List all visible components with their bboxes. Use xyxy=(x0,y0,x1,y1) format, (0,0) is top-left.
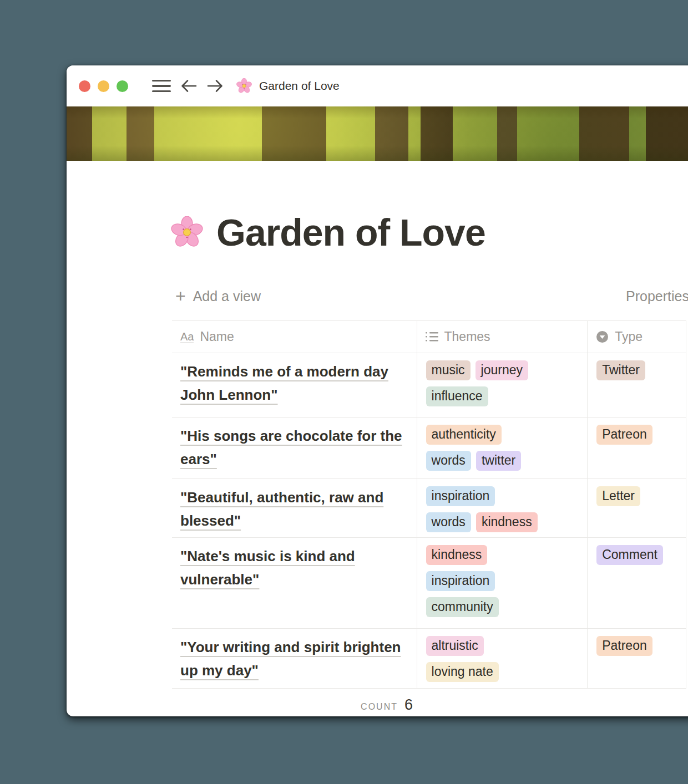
tag-words: words xyxy=(426,512,471,532)
tag-Patreon: Patreon xyxy=(596,636,652,656)
column-header-label: Themes xyxy=(444,329,490,344)
type-cell[interactable]: Patreon xyxy=(588,418,686,478)
tag-Patreon: Patreon xyxy=(596,425,652,445)
column-header-name[interactable]: AaName xyxy=(172,321,417,353)
tag-words: words xyxy=(426,451,471,471)
notion-window: Garden of Love Garden of Love + Add a vi… xyxy=(67,65,688,716)
page-emoji-cherry-blossom-icon xyxy=(171,216,203,248)
table-row: "His songs are chocolate for the ears"au… xyxy=(172,418,686,479)
page-cover-image xyxy=(67,106,688,161)
table-row: "Beautiful, authentic, raw and blessed"i… xyxy=(172,479,686,538)
type-cell[interactable]: Letter xyxy=(588,479,686,537)
name-text: "Beautiful, authentic, raw and blessed" xyxy=(180,489,383,529)
cherry-blossom-icon xyxy=(236,78,252,94)
tag-Letter: Letter xyxy=(596,486,640,506)
plus-icon: + xyxy=(175,287,186,305)
name-text: "Nate's music is kind and vulnerable" xyxy=(180,548,355,588)
title-property-icon: Aa xyxy=(180,330,194,343)
name-cell[interactable]: "Beautiful, authentic, raw and blessed" xyxy=(172,479,417,537)
name-text: "His songs are chocolate for the ears" xyxy=(180,427,402,467)
table-row: "Nate's music is kind and vulnerable"kin… xyxy=(172,538,686,629)
back-arrow-icon xyxy=(180,78,198,94)
column-header-type[interactable]: Type xyxy=(588,321,686,353)
name-text: "Reminds me of a modern day John Lennon" xyxy=(180,363,388,403)
properties-button[interactable]: Properties xyxy=(626,285,688,307)
tag-kindness: kindness xyxy=(476,512,538,532)
traffic-light-zoom-button[interactable] xyxy=(117,80,128,92)
traffic-light-minimize-button[interactable] xyxy=(98,80,109,92)
forward-arrow-icon xyxy=(206,78,224,94)
themes-cell[interactable]: authenticitywordstwitter xyxy=(417,418,588,478)
tag-altruistic: altruistic xyxy=(426,636,484,656)
themes-cell[interactable]: inspirationwordskindness xyxy=(417,479,588,537)
tag-influence: influence xyxy=(426,386,488,406)
sidebar-toggle-icon[interactable] xyxy=(152,80,171,93)
window-titlebar: Garden of Love xyxy=(67,65,688,106)
table-row: "Your writing and spirit brighten up my … xyxy=(172,629,686,689)
name-text: "Your writing and spirit brighten up my … xyxy=(180,639,401,679)
traffic-light-close-button[interactable] xyxy=(79,80,90,92)
tag-kindness: kindness xyxy=(426,545,488,565)
count-label: COUNT xyxy=(361,702,398,712)
name-cell[interactable]: "His songs are chocolate for the ears" xyxy=(172,418,417,478)
name-cell[interactable]: "Your writing and spirit brighten up my … xyxy=(172,629,417,688)
add-a-view-button[interactable]: + Add a view xyxy=(175,285,261,307)
tag-journey: journey xyxy=(475,360,528,380)
tag-Twitter: Twitter xyxy=(596,360,645,380)
tag-inspiration: inspiration xyxy=(426,486,495,506)
window-title: Garden of Love xyxy=(259,79,340,93)
page-title[interactable]: Garden of Love xyxy=(171,211,485,254)
type-cell[interactable]: Comment xyxy=(588,538,686,628)
tag-Comment: Comment xyxy=(596,545,663,565)
themes-cell[interactable]: musicjourneyinfluence xyxy=(417,353,588,417)
name-cell[interactable]: "Reminds me of a modern day John Lennon" xyxy=(172,353,417,417)
tag-music: music xyxy=(426,360,471,380)
select-property-icon xyxy=(596,330,609,343)
count-value: 6 xyxy=(404,696,413,714)
add-a-view-label: Add a view xyxy=(193,288,261,304)
type-cell[interactable]: Twitter xyxy=(588,353,686,417)
column-header-label: Type xyxy=(615,329,643,344)
multiselect-property-icon xyxy=(426,331,438,343)
column-header-themes[interactable]: Themes xyxy=(417,321,588,353)
properties-label: Properties xyxy=(626,288,688,304)
database-table: AaNameThemesType "Reminds me of a modern… xyxy=(172,320,686,716)
table-header-row: AaNameThemesType xyxy=(172,320,686,353)
tag-loving-nate: loving nate xyxy=(426,662,499,682)
table-row: "Reminds me of a modern day John Lennon"… xyxy=(172,353,686,418)
table-body: AaNameThemesType "Reminds me of a modern… xyxy=(172,320,686,689)
forward-button[interactable] xyxy=(206,78,224,94)
back-button[interactable] xyxy=(180,78,198,94)
type-cell[interactable]: Patreon xyxy=(588,629,686,688)
name-cell[interactable]: "Nate's music is kind and vulnerable" xyxy=(172,538,417,628)
tag-community: community xyxy=(426,597,499,617)
page-title-text: Garden of Love xyxy=(216,211,485,254)
tag-inspiration: inspiration xyxy=(426,571,495,591)
tag-twitter: twitter xyxy=(476,451,521,471)
table-count-footer[interactable]: COUNT 6 xyxy=(172,689,417,716)
themes-cell[interactable]: altruisticloving nate xyxy=(417,629,588,688)
themes-cell[interactable]: kindnessinspirationcommunity xyxy=(417,538,588,628)
column-header-label: Name xyxy=(200,329,234,344)
tag-authenticity: authenticity xyxy=(426,425,502,445)
